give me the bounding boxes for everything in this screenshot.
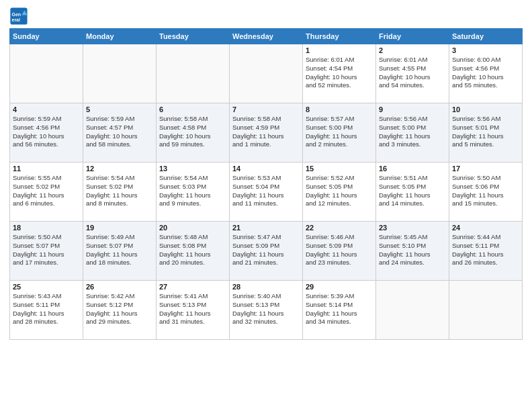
- weekday-sunday: Sunday: [10, 29, 83, 44]
- day-number: 19: [86, 224, 153, 232]
- day-number: 23: [379, 224, 446, 232]
- day-number: 10: [452, 105, 519, 113]
- calendar-cell: 8Sunrise: 5:57 AMSunset: 5:00 PMDaylight…: [303, 103, 376, 163]
- day-info: Sunrise: 5:50 AMSunset: 5:07 PMDaylight:…: [13, 233, 80, 267]
- calendar-cell: 25Sunrise: 5:43 AMSunset: 5:11 PMDayligh…: [10, 281, 83, 340]
- day-info: Sunrise: 5:54 AMSunset: 5:03 PMDaylight:…: [159, 174, 226, 208]
- calendar-cell: 6Sunrise: 5:58 AMSunset: 4:58 PMDaylight…: [157, 103, 230, 163]
- day-number: 15: [306, 165, 373, 173]
- day-info: Sunrise: 5:52 AMSunset: 5:05 PMDaylight:…: [306, 174, 373, 208]
- day-number: 16: [379, 165, 446, 173]
- week-row-4: 18Sunrise: 5:50 AMSunset: 5:07 PMDayligh…: [10, 222, 523, 281]
- calendar-cell: 29Sunrise: 5:39 AMSunset: 5:14 PMDayligh…: [303, 281, 376, 340]
- day-info: Sunrise: 5:47 AMSunset: 5:09 PMDaylight:…: [232, 233, 300, 267]
- calendar-cell: 17Sunrise: 5:50 AMSunset: 5:06 PMDayligh…: [449, 163, 523, 222]
- day-info: Sunrise: 6:01 AMSunset: 4:55 PMDaylight:…: [379, 56, 446, 90]
- calendar-cell: 23Sunrise: 5:45 AMSunset: 5:10 PMDayligh…: [376, 222, 449, 281]
- weekday-tuesday: Tuesday: [157, 29, 230, 44]
- calendar-cell: [10, 44, 83, 103]
- day-number: 14: [232, 165, 300, 173]
- day-info: Sunrise: 5:48 AMSunset: 5:08 PMDaylight:…: [159, 233, 226, 267]
- day-info: Sunrise: 6:00 AMSunset: 4:56 PMDaylight:…: [452, 56, 519, 90]
- calendar-cell: [449, 281, 523, 340]
- day-number: 9: [379, 105, 446, 113]
- day-info: Sunrise: 5:59 AMSunset: 4:57 PMDaylight:…: [86, 115, 153, 149]
- svg-text:eral: eral: [12, 17, 21, 22]
- calendar-cell: 5Sunrise: 5:59 AMSunset: 4:57 PMDaylight…: [83, 103, 157, 163]
- day-info: Sunrise: 5:45 AMSunset: 5:10 PMDaylight:…: [379, 233, 446, 267]
- day-number: 28: [232, 283, 300, 291]
- calendar-cell: 24Sunrise: 5:44 AMSunset: 5:11 PMDayligh…: [449, 222, 523, 281]
- calendar-cell: [230, 44, 303, 103]
- day-info: Sunrise: 5:58 AMSunset: 4:59 PMDaylight:…: [232, 115, 300, 149]
- weekday-monday: Monday: [83, 29, 157, 44]
- week-row-2: 4Sunrise: 5:59 AMSunset: 4:56 PMDaylight…: [10, 103, 523, 163]
- calendar-table: SundayMondayTuesdayWednesdayThursdayFrid…: [9, 28, 523, 340]
- calendar-cell: 12Sunrise: 5:54 AMSunset: 5:02 PMDayligh…: [83, 163, 157, 222]
- calendar-cell: 14Sunrise: 5:53 AMSunset: 5:04 PMDayligh…: [230, 163, 303, 222]
- day-number: 6: [159, 105, 226, 113]
- day-info: Sunrise: 5:55 AMSunset: 5:02 PMDaylight:…: [13, 174, 80, 208]
- day-number: 29: [306, 283, 373, 291]
- calendar-cell: 2Sunrise: 6:01 AMSunset: 4:55 PMDaylight…: [376, 44, 449, 103]
- day-number: 17: [452, 165, 519, 173]
- day-number: 18: [13, 224, 80, 232]
- calendar-cell: 15Sunrise: 5:52 AMSunset: 5:05 PMDayligh…: [303, 163, 376, 222]
- calendar-cell: 26Sunrise: 5:42 AMSunset: 5:12 PMDayligh…: [83, 281, 157, 340]
- day-info: Sunrise: 5:44 AMSunset: 5:11 PMDaylight:…: [452, 233, 519, 267]
- day-info: Sunrise: 5:43 AMSunset: 5:11 PMDaylight:…: [13, 292, 80, 326]
- day-number: 8: [306, 105, 373, 113]
- day-info: Sunrise: 5:49 AMSunset: 5:07 PMDaylight:…: [86, 233, 153, 267]
- calendar-cell: 7Sunrise: 5:58 AMSunset: 4:59 PMDaylight…: [230, 103, 303, 163]
- header-row: Gen eral: [9, 7, 523, 26]
- day-info: Sunrise: 5:54 AMSunset: 5:02 PMDaylight:…: [86, 174, 153, 208]
- calendar-cell: 19Sunrise: 5:49 AMSunset: 5:07 PMDayligh…: [83, 222, 157, 281]
- calendar-cell: 22Sunrise: 5:46 AMSunset: 5:09 PMDayligh…: [303, 222, 376, 281]
- main-container: Gen eral SundayMondayTuesdayWednesdayThu…: [0, 0, 532, 344]
- day-info: Sunrise: 5:59 AMSunset: 4:56 PMDaylight:…: [13, 115, 80, 149]
- day-info: Sunrise: 5:58 AMSunset: 4:58 PMDaylight:…: [159, 115, 226, 149]
- calendar-cell: 20Sunrise: 5:48 AMSunset: 5:08 PMDayligh…: [157, 222, 230, 281]
- day-number: 13: [159, 165, 226, 173]
- calendar-cell: 13Sunrise: 5:54 AMSunset: 5:03 PMDayligh…: [157, 163, 230, 222]
- logo-icon: Gen eral: [9, 7, 28, 26]
- day-info: Sunrise: 5:57 AMSunset: 5:00 PMDaylight:…: [306, 115, 373, 149]
- day-number: 11: [13, 165, 80, 173]
- day-number: 24: [452, 224, 519, 232]
- day-number: 1: [306, 46, 373, 54]
- weekday-wednesday: Wednesday: [230, 29, 303, 44]
- calendar-cell: 11Sunrise: 5:55 AMSunset: 5:02 PMDayligh…: [10, 163, 83, 222]
- day-number: 26: [86, 283, 153, 291]
- day-info: Sunrise: 5:42 AMSunset: 5:12 PMDaylight:…: [86, 292, 153, 326]
- day-number: 3: [452, 46, 519, 54]
- svg-text:Gen: Gen: [12, 12, 21, 17]
- calendar-cell: [83, 44, 157, 103]
- day-number: 22: [306, 224, 373, 232]
- calendar-cell: [376, 281, 449, 340]
- day-info: Sunrise: 5:51 AMSunset: 5:05 PMDaylight:…: [379, 174, 446, 208]
- weekday-saturday: Saturday: [449, 29, 523, 44]
- calendar-cell: 4Sunrise: 5:59 AMSunset: 4:56 PMDaylight…: [10, 103, 83, 163]
- day-number: 21: [232, 224, 300, 232]
- calendar-cell: 3Sunrise: 6:00 AMSunset: 4:56 PMDaylight…: [449, 44, 523, 103]
- day-info: Sunrise: 5:46 AMSunset: 5:09 PMDaylight:…: [306, 233, 373, 267]
- day-number: 27: [159, 283, 226, 291]
- week-row-3: 11Sunrise: 5:55 AMSunset: 5:02 PMDayligh…: [10, 163, 523, 222]
- calendar-cell: 21Sunrise: 5:47 AMSunset: 5:09 PMDayligh…: [230, 222, 303, 281]
- day-info: Sunrise: 5:50 AMSunset: 5:06 PMDaylight:…: [452, 174, 519, 208]
- logo: Gen eral: [9, 7, 30, 26]
- day-info: Sunrise: 6:01 AMSunset: 4:54 PMDaylight:…: [306, 56, 373, 90]
- day-info: Sunrise: 5:41 AMSunset: 5:13 PMDaylight:…: [159, 292, 226, 326]
- weekday-friday: Friday: [376, 29, 449, 44]
- calendar-cell: 9Sunrise: 5:56 AMSunset: 5:00 PMDaylight…: [376, 103, 449, 163]
- calendar-cell: 27Sunrise: 5:41 AMSunset: 5:13 PMDayligh…: [157, 281, 230, 340]
- calendar-cell: [157, 44, 230, 103]
- day-info: Sunrise: 5:40 AMSunset: 5:13 PMDaylight:…: [232, 292, 300, 326]
- calendar-cell: 10Sunrise: 5:56 AMSunset: 5:01 PMDayligh…: [449, 103, 523, 163]
- calendar-cell: 28Sunrise: 5:40 AMSunset: 5:13 PMDayligh…: [230, 281, 303, 340]
- calendar-cell: 16Sunrise: 5:51 AMSunset: 5:05 PMDayligh…: [376, 163, 449, 222]
- calendar-cell: 1Sunrise: 6:01 AMSunset: 4:54 PMDaylight…: [303, 44, 376, 103]
- day-number: 25: [13, 283, 80, 291]
- day-number: 4: [13, 105, 80, 113]
- week-row-1: 1Sunrise: 6:01 AMSunset: 4:54 PMDaylight…: [10, 44, 523, 103]
